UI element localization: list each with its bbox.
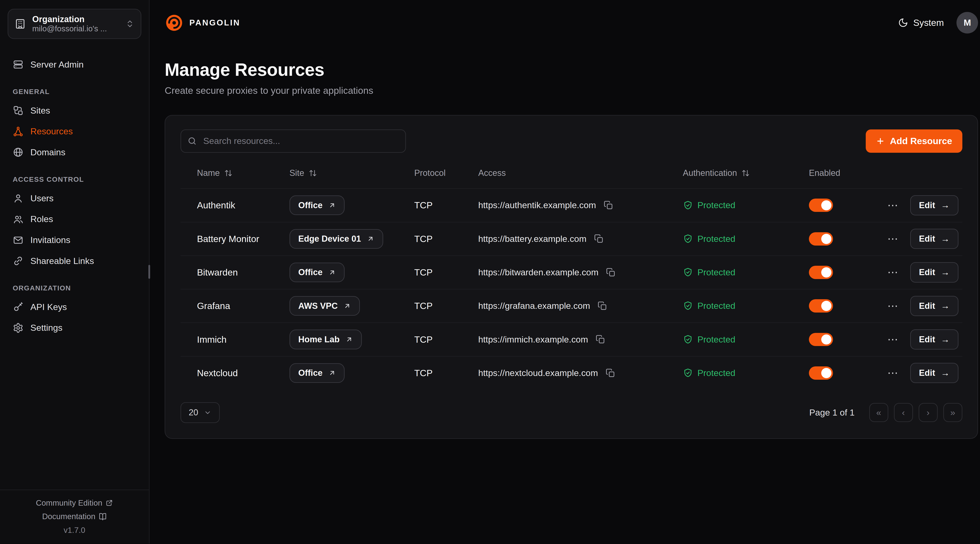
edit-button[interactable]: Edit → [910,195,959,216]
auth-status-label: Protected [697,335,735,345]
auth-status-badge: Protected [683,335,809,345]
toggle-knob [821,200,831,211]
last-page-button[interactable]: » [943,403,963,422]
sidebar-item-label: API Keys [30,302,67,312]
sidebar-item-label: Resources [30,126,73,136]
site-link-button[interactable]: Home Lab [290,330,362,349]
search-input[interactable] [180,129,406,153]
row-more-options-button[interactable]: ⋯ [885,232,900,246]
copy-url-button[interactable] [597,301,608,311]
org-switcher[interactable]: Organization milo@fossorial.io's ... [8,9,141,39]
org-switcher-label: Organization [32,14,119,24]
resource-name: Authentik [197,200,290,211]
site-link-button[interactable]: Office [290,263,345,282]
sidebar-item-sites[interactable]: Sites [8,100,141,121]
sidebar-item-users[interactable]: Users [8,188,141,209]
auth-status-label: Protected [697,200,735,210]
theme-toggle-button[interactable]: System [898,17,944,28]
row-more-options-button[interactable]: ⋯ [885,332,900,347]
key-icon [13,301,24,312]
documentation-link[interactable]: Documentation [42,512,107,521]
resource-name: Bitwarden [197,267,290,278]
sidebar-item-domains[interactable]: Domains [8,142,141,163]
sidebar-resize-handle[interactable] [148,265,150,279]
edit-button[interactable]: Edit → [910,329,959,349]
arrow-up-right-icon [367,235,374,243]
first-page-button[interactable]: « [869,403,888,422]
card-toolbar: Add Resource [180,129,963,153]
resource-access-url: https://battery.example.com [478,234,586,244]
site-link-button[interactable]: Office [290,195,345,215]
table-footer: 20 Page 1 of 1 « ‹ › » [180,402,963,423]
arrow-up-right-icon [344,302,351,310]
site-link-button[interactable]: Edge Device 01 [290,229,383,249]
site-link-button[interactable]: Office [290,363,345,383]
auth-status-badge: Protected [683,267,809,278]
copy-url-button[interactable] [603,200,614,211]
arrow-up-right-icon [328,201,336,209]
sidebar-item-resources[interactable]: Resources [8,121,141,142]
shield-check-icon [683,200,693,211]
edit-button[interactable]: Edit → [910,262,959,282]
copy-url-button[interactable] [593,233,604,244]
sidebar-item-shareable-links[interactable]: Shareable Links [8,251,141,271]
add-resource-button[interactable]: Add Resource [866,129,962,153]
globe-icon [13,147,24,158]
enabled-toggle[interactable] [809,333,833,346]
organization-building-icon [14,18,26,30]
column-header-name[interactable]: Name [197,168,290,178]
enabled-toggle[interactable] [809,232,833,246]
edit-label: Edit [919,200,935,210]
row-more-options-button[interactable]: ⋯ [885,265,900,280]
copy-url-button[interactable] [605,368,616,378]
table-row: Battery Monitor Edge Device 01 TCP https… [180,222,963,255]
main-content: PANGOLIN System M Manage Resources Creat… [150,0,980,544]
row-more-options-button[interactable]: ⋯ [885,299,900,313]
enabled-toggle[interactable] [809,299,833,312]
sidebar-item-server-admin[interactable]: Server Admin [8,54,141,75]
resource-protocol: TCP [414,200,478,211]
edit-button[interactable]: Edit → [910,229,959,249]
enabled-toggle[interactable] [809,266,833,279]
user-icon [13,193,24,204]
table-header: Name Site Protocol Access Authentication [180,158,963,188]
shield-check-icon [683,335,693,345]
edit-button[interactable]: Edit → [910,296,959,316]
user-avatar[interactable]: M [956,12,978,33]
resource-protocol: TCP [414,334,478,345]
enabled-toggle[interactable] [809,366,833,380]
edit-label: Edit [919,301,935,311]
column-header-site[interactable]: Site [290,168,414,178]
resource-access-url: https://grafana.example.com [478,301,590,311]
sidebar-item-roles[interactable]: Roles [8,209,141,230]
sidebar-item-invitations[interactable]: Invitations [8,230,141,251]
community-edition-link[interactable]: Community Edition [36,498,113,508]
next-page-button[interactable]: › [919,403,938,422]
copy-url-button[interactable] [605,267,616,278]
enabled-toggle[interactable] [809,198,833,212]
sidebar-item-settings[interactable]: Settings [8,317,141,338]
arrow-right-icon: → [941,200,950,210]
row-more-options-button[interactable]: ⋯ [885,198,900,213]
row-more-options-button[interactable]: ⋯ [885,366,900,380]
section-title-access-control: ACCESS CONTROL [13,176,137,184]
site-link-button[interactable]: AWS VPC [290,296,360,316]
auth-status-badge: Protected [683,200,809,210]
auth-status-badge: Protected [683,368,809,378]
table-row: Immich Home Lab TCP https://immich.examp… [180,322,963,356]
previous-page-button[interactable]: ‹ [894,403,913,422]
column-header-authentication[interactable]: Authentication [683,168,809,178]
chevron-down-icon [204,409,212,417]
resources-table: Name Site Protocol Access Authentication [180,158,963,423]
org-switcher-value: milo@fossorial.io's ... [32,24,119,33]
edit-button[interactable]: Edit → [910,363,959,383]
copy-url-button[interactable] [595,334,606,345]
arrow-up-right-icon [345,336,353,343]
sidebar-nav: Server Admin GENERAL Sites Resources Dom [8,54,141,338]
sidebar-item-label: Users [30,193,54,203]
page-size-select[interactable]: 20 [180,402,220,423]
sidebar-item-label: Sites [30,106,50,116]
table-row: Authentik Office TCP https://authentik.e… [180,188,963,222]
sidebar-item-api-keys[interactable]: API Keys [8,297,141,317]
site-name: Office [298,200,323,210]
